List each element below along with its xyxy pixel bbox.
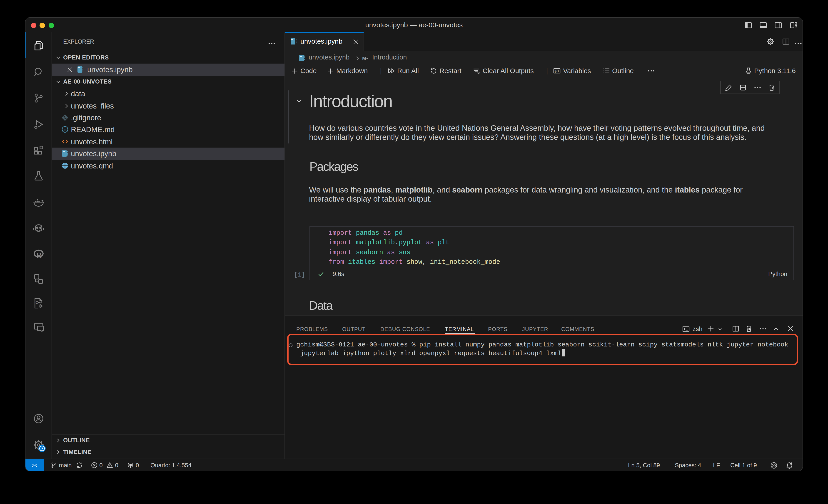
svg-text:R: R (36, 251, 42, 260)
svg-text:(x): (x) (555, 69, 559, 73)
svg-text:M: M (362, 56, 366, 61)
